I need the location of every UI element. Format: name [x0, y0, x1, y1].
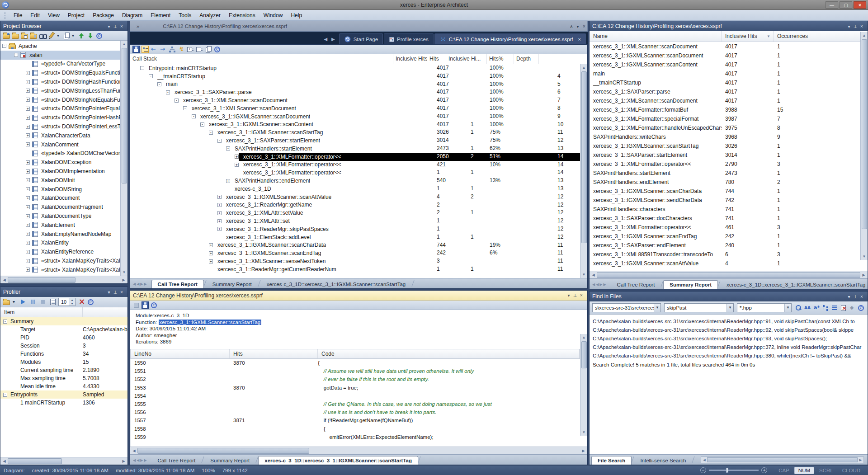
- add-package-icon[interactable]: [12, 34, 19, 39]
- profiler-row[interactable]: PID 4060: [0, 334, 127, 342]
- dropdown-caret-icon[interactable]: [13, 298, 17, 306]
- help-icon[interactable]: [88, 299, 94, 305]
- clear-results-icon[interactable]: [841, 305, 846, 311]
- column-inclusive-hits[interactable]: Inclusive Hits▼: [722, 31, 774, 42]
- pause-icon[interactable]: [29, 298, 37, 306]
- tree-item[interactable]: + «struct» XalanMapKeyTraits<Xala: [0, 265, 127, 274]
- summary-row[interactable]: xercesc_3_1::IGXMLScanner::scanContent 4…: [590, 60, 860, 69]
- call-stack-vertical-scrollbar[interactable]: ▲▼: [580, 64, 587, 278]
- expander-icon[interactable]: -: [140, 66, 144, 70]
- add-diagram-icon[interactable]: [21, 34, 28, 39]
- tree-item[interactable]: + XalanEntityReference: [0, 247, 127, 256]
- expander-icon[interactable]: +: [217, 227, 222, 231]
- combo-dropdown-icon[interactable]: ▼: [784, 304, 791, 312]
- expander-icon[interactable]: -: [200, 122, 204, 127]
- profiler-row[interactable]: Functions 34: [0, 350, 127, 358]
- call-stack-row[interactable]: xercesc_3_1::XMLFormatter::operator<< 1 …: [130, 169, 580, 177]
- expander-icon[interactable]: +: [217, 211, 222, 215]
- copy-icon[interactable]: [63, 32, 70, 39]
- code-row[interactable]: 1557 3871 if (!fReaderMgr.getName(fQName…: [131, 416, 580, 424]
- summary-row[interactable]: xercesc_3_1::IGXMLScanner::scanDocument …: [590, 51, 860, 60]
- collapse-all-icon[interactable]: [196, 46, 203, 53]
- expander-icon[interactable]: -: [3, 320, 7, 324]
- tree-item[interactable]: - xalan: [0, 51, 127, 60]
- report-tab[interactable]: Summary Report: [204, 456, 256, 465]
- menu-item[interactable]: Diagram: [118, 10, 146, 21]
- summary-row[interactable]: xercesc_3_1::IGXMLScanner::scanEndTag 24…: [590, 232, 860, 241]
- expander-icon[interactable]: +: [26, 80, 30, 84]
- find-result-row[interactable]: C:\Apache\xalan-builds\xerces-src-31\src…: [593, 343, 865, 352]
- search-path-combo[interactable]: s\xerces-src-31\src\xercesc ▼: [592, 303, 661, 312]
- panel-menu-icon[interactable]: ▾: [846, 24, 852, 29]
- summary-row[interactable]: SAXPrintHandlers::endElement 780 2: [590, 178, 860, 187]
- call-stack-row[interactable]: + xercesc_3_1::XMLScanner::senseNextToke…: [130, 257, 580, 265]
- summary-vertical-scrollbar[interactable]: ▲▼: [860, 32, 868, 260]
- list-view-icon[interactable]: [831, 304, 838, 311]
- pin-icon[interactable]: ⊥: [852, 294, 859, 299]
- summary-row[interactable]: xercesc_3_1::XMLFormatter::operator<< 27…: [590, 160, 860, 169]
- call-stack-row[interactable]: - xercesc_3_1::SAXParser::parse 4017 100…: [130, 88, 580, 96]
- tree-item[interactable]: + XalanDOMException: [0, 158, 127, 167]
- search-tab[interactable]: Intelli-sense Search: [634, 456, 692, 465]
- expander-icon[interactable]: +: [26, 196, 30, 200]
- stop-icon[interactable]: [39, 298, 47, 306]
- column-hits[interactable]: Hits: [230, 349, 318, 358]
- down-arrow-icon[interactable]: [87, 32, 94, 39]
- dropdown-caret-icon[interactable]: [72, 32, 76, 39]
- tree-item[interactable]: + «struct» DOMStringHashFunction: [0, 77, 127, 86]
- menu-item[interactable]: Help: [287, 10, 306, 21]
- column-lineno[interactable]: LineNo: [131, 349, 230, 358]
- menu-item[interactable]: Tools: [175, 10, 195, 21]
- tree-item[interactable]: + XalanDocumentType: [0, 212, 127, 221]
- summary-row[interactable]: xercesc_3_1::XMLFormatter::formatBuf 398…: [590, 105, 860, 114]
- tab-nav-icons[interactable]: ◀◀▶▶: [133, 458, 148, 462]
- zoom-slider[interactable]: [709, 470, 759, 471]
- minimize-button[interactable]: —: [826, 1, 838, 9]
- call-stack-row[interactable]: xerces-c_3_1D 1 1 13: [130, 185, 580, 193]
- find-result-row[interactable]: C:\Apache\xalan-builds\xerces-src-31\src…: [593, 326, 865, 334]
- summary-row[interactable]: SAXPrintHandlers::writeChars 3968 9: [590, 132, 860, 141]
- summary-row[interactable]: xercesc_3_1::IGXMLScanner::scanStartTag …: [590, 141, 860, 150]
- help-icon[interactable]: [858, 305, 864, 311]
- expander-icon[interactable]: +: [26, 89, 30, 93]
- code-vertical-scrollbar[interactable]: ▲▼: [580, 334, 587, 436]
- tree-item[interactable]: + «struct» XalanMapKeyTraits<Xalar: [0, 256, 127, 265]
- expander-icon[interactable]: +: [209, 251, 213, 255]
- tab-scroll-icons[interactable]: ◀ ▶: [324, 37, 339, 44]
- expander-icon[interactable]: +: [26, 142, 30, 146]
- expander-icon[interactable]: +: [217, 203, 222, 207]
- expander-icon[interactable]: +: [217, 195, 222, 199]
- tree-vertical-scrollbar[interactable]: ▲▼: [120, 41, 127, 276]
- expander-icon[interactable]: +: [26, 169, 30, 174]
- expander-icon[interactable]: +: [26, 259, 30, 263]
- call-stack-row[interactable]: xercesc_3_1::ReaderMgr::getCurrentReader…: [130, 265, 580, 273]
- expander-icon[interactable]: -: [149, 74, 153, 78]
- report-icon[interactable]: [50, 299, 56, 305]
- call-stack-row[interactable]: + SAXPrintHandlers::endElement 540 13% 1…: [130, 177, 580, 185]
- column-code[interactable]: Code: [318, 349, 580, 358]
- selected-function-name[interactable]: xercesc_3_1::IGXMLScanner::scanStartTag: [159, 320, 262, 325]
- column-depth[interactable]: Depth: [514, 54, 539, 64]
- close-icon[interactable]: ×: [859, 294, 865, 299]
- new-model-icon[interactable]: [3, 34, 10, 39]
- expander-icon[interactable]: +: [26, 205, 30, 209]
- expander-icon[interactable]: +: [26, 178, 30, 182]
- column-call-stack[interactable]: Call Stack: [130, 54, 393, 64]
- expander-icon[interactable]: -: [209, 131, 213, 135]
- summary-row[interactable]: xercesc_3_1::SAXParser::parse 4017 1: [590, 87, 860, 96]
- panel-menu-icon[interactable]: ▾: [846, 294, 852, 299]
- tree-item[interactable]: + «struct» DOMStringEqualsFunctio: [0, 68, 127, 77]
- panel-menu-icon[interactable]: ▾: [106, 290, 112, 295]
- zoom-out-icon[interactable]: −: [700, 467, 706, 473]
- summary-row[interactable]: xercesc_3_1::SAXParser::endElement 240 1: [590, 241, 860, 250]
- save-icon[interactable]: [132, 46, 140, 53]
- code-row[interactable]: 1550 3870 {: [131, 359, 580, 367]
- expander-icon[interactable]: -: [166, 90, 170, 94]
- tree-item[interactable]: «typedef» CharVectorType: [0, 60, 127, 69]
- expander-icon[interactable]: -: [183, 106, 187, 110]
- code-row[interactable]: 1553 3870 gotData = true;: [131, 384, 580, 392]
- menu-item[interactable]: Extensions: [225, 10, 259, 21]
- call-stack-row[interactable]: - Entrypoint: mainCRTStartup 4017 100%: [130, 64, 580, 72]
- code-row[interactable]: 1558 {: [131, 424, 580, 433]
- column-inclusive-hits-pct[interactable]: Inclusive Hi...: [446, 54, 487, 64]
